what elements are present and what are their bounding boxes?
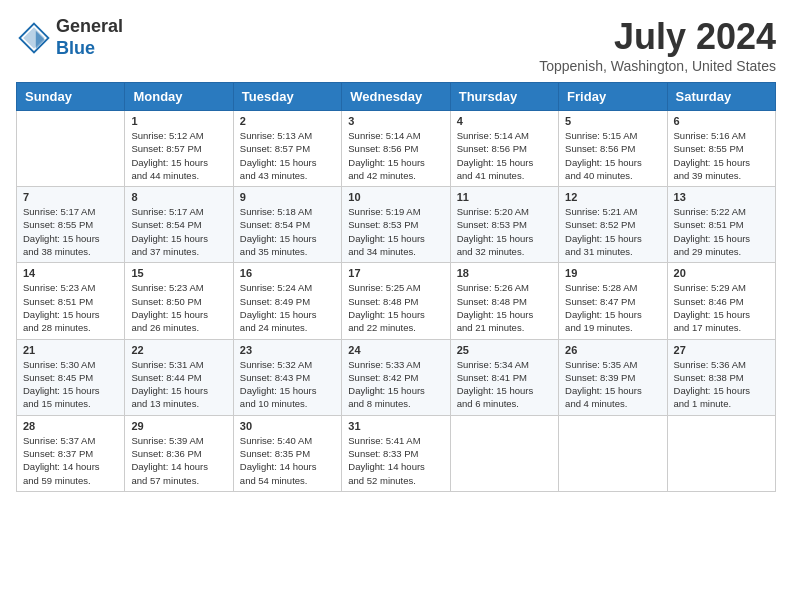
cell-content: Sunrise: 5:23 AM Sunset: 8:50 PM Dayligh… [131, 281, 226, 334]
calendar-cell: 1Sunrise: 5:12 AM Sunset: 8:57 PM Daylig… [125, 111, 233, 187]
cell-content: Sunrise: 5:14 AM Sunset: 8:56 PM Dayligh… [348, 129, 443, 182]
cell-content: Sunrise: 5:24 AM Sunset: 8:49 PM Dayligh… [240, 281, 335, 334]
day-number: 29 [131, 420, 226, 432]
day-number: 28 [23, 420, 118, 432]
day-number: 10 [348, 191, 443, 203]
calendar-cell: 29Sunrise: 5:39 AM Sunset: 8:36 PM Dayli… [125, 415, 233, 491]
cell-content: Sunrise: 5:29 AM Sunset: 8:46 PM Dayligh… [674, 281, 769, 334]
calendar-cell: 21Sunrise: 5:30 AM Sunset: 8:45 PM Dayli… [17, 339, 125, 415]
cell-content: Sunrise: 5:32 AM Sunset: 8:43 PM Dayligh… [240, 358, 335, 411]
calendar-cell [17, 111, 125, 187]
day-number: 18 [457, 267, 552, 279]
calendar-cell [450, 415, 558, 491]
cell-content: Sunrise: 5:41 AM Sunset: 8:33 PM Dayligh… [348, 434, 443, 487]
calendar-cell: 8Sunrise: 5:17 AM Sunset: 8:54 PM Daylig… [125, 187, 233, 263]
cell-content: Sunrise: 5:12 AM Sunset: 8:57 PM Dayligh… [131, 129, 226, 182]
day-number: 30 [240, 420, 335, 432]
calendar-cell: 7Sunrise: 5:17 AM Sunset: 8:55 PM Daylig… [17, 187, 125, 263]
cell-content: Sunrise: 5:25 AM Sunset: 8:48 PM Dayligh… [348, 281, 443, 334]
cell-content: Sunrise: 5:15 AM Sunset: 8:56 PM Dayligh… [565, 129, 660, 182]
day-number: 11 [457, 191, 552, 203]
day-number: 17 [348, 267, 443, 279]
calendar-cell: 3Sunrise: 5:14 AM Sunset: 8:56 PM Daylig… [342, 111, 450, 187]
cell-content: Sunrise: 5:26 AM Sunset: 8:48 PM Dayligh… [457, 281, 552, 334]
calendar-week-2: 7Sunrise: 5:17 AM Sunset: 8:55 PM Daylig… [17, 187, 776, 263]
day-number: 12 [565, 191, 660, 203]
calendar-cell: 11Sunrise: 5:20 AM Sunset: 8:53 PM Dayli… [450, 187, 558, 263]
cell-content: Sunrise: 5:28 AM Sunset: 8:47 PM Dayligh… [565, 281, 660, 334]
logo-text: General Blue [56, 16, 123, 59]
cell-content: Sunrise: 5:17 AM Sunset: 8:54 PM Dayligh… [131, 205, 226, 258]
calendar-cell: 19Sunrise: 5:28 AM Sunset: 8:47 PM Dayli… [559, 263, 667, 339]
cell-content: Sunrise: 5:40 AM Sunset: 8:35 PM Dayligh… [240, 434, 335, 487]
calendar-cell: 18Sunrise: 5:26 AM Sunset: 8:48 PM Dayli… [450, 263, 558, 339]
cell-content: Sunrise: 5:23 AM Sunset: 8:51 PM Dayligh… [23, 281, 118, 334]
cell-content: Sunrise: 5:31 AM Sunset: 8:44 PM Dayligh… [131, 358, 226, 411]
cell-content: Sunrise: 5:30 AM Sunset: 8:45 PM Dayligh… [23, 358, 118, 411]
calendar-cell: 16Sunrise: 5:24 AM Sunset: 8:49 PM Dayli… [233, 263, 341, 339]
cell-content: Sunrise: 5:39 AM Sunset: 8:36 PM Dayligh… [131, 434, 226, 487]
calendar-cell: 17Sunrise: 5:25 AM Sunset: 8:48 PM Dayli… [342, 263, 450, 339]
calendar-header-row: SundayMondayTuesdayWednesdayThursdayFrid… [17, 83, 776, 111]
cell-content: Sunrise: 5:21 AM Sunset: 8:52 PM Dayligh… [565, 205, 660, 258]
day-number: 24 [348, 344, 443, 356]
calendar-cell: 14Sunrise: 5:23 AM Sunset: 8:51 PM Dayli… [17, 263, 125, 339]
cell-content: Sunrise: 5:13 AM Sunset: 8:57 PM Dayligh… [240, 129, 335, 182]
day-number: 23 [240, 344, 335, 356]
logo-icon [16, 20, 52, 56]
day-number: 6 [674, 115, 769, 127]
cell-content: Sunrise: 5:20 AM Sunset: 8:53 PM Dayligh… [457, 205, 552, 258]
day-number: 19 [565, 267, 660, 279]
page-header: General Blue July 2024 Toppenish, Washin… [16, 16, 776, 74]
cell-content: Sunrise: 5:16 AM Sunset: 8:55 PM Dayligh… [674, 129, 769, 182]
cell-content: Sunrise: 5:37 AM Sunset: 8:37 PM Dayligh… [23, 434, 118, 487]
day-number: 21 [23, 344, 118, 356]
calendar-week-5: 28Sunrise: 5:37 AM Sunset: 8:37 PM Dayli… [17, 415, 776, 491]
calendar-cell: 13Sunrise: 5:22 AM Sunset: 8:51 PM Dayli… [667, 187, 775, 263]
col-header-saturday: Saturday [667, 83, 775, 111]
day-number: 4 [457, 115, 552, 127]
cell-content: Sunrise: 5:17 AM Sunset: 8:55 PM Dayligh… [23, 205, 118, 258]
day-number: 7 [23, 191, 118, 203]
calendar-cell: 12Sunrise: 5:21 AM Sunset: 8:52 PM Dayli… [559, 187, 667, 263]
cell-content: Sunrise: 5:33 AM Sunset: 8:42 PM Dayligh… [348, 358, 443, 411]
calendar-cell: 28Sunrise: 5:37 AM Sunset: 8:37 PM Dayli… [17, 415, 125, 491]
month-title: July 2024 [539, 16, 776, 58]
logo: General Blue [16, 16, 123, 59]
logo-general: General [56, 16, 123, 36]
col-header-wednesday: Wednesday [342, 83, 450, 111]
cell-content: Sunrise: 5:22 AM Sunset: 8:51 PM Dayligh… [674, 205, 769, 258]
day-number: 5 [565, 115, 660, 127]
day-number: 3 [348, 115, 443, 127]
calendar-cell: 30Sunrise: 5:40 AM Sunset: 8:35 PM Dayli… [233, 415, 341, 491]
calendar-cell: 6Sunrise: 5:16 AM Sunset: 8:55 PM Daylig… [667, 111, 775, 187]
calendar-cell [667, 415, 775, 491]
calendar-cell: 31Sunrise: 5:41 AM Sunset: 8:33 PM Dayli… [342, 415, 450, 491]
calendar-cell: 9Sunrise: 5:18 AM Sunset: 8:54 PM Daylig… [233, 187, 341, 263]
col-header-tuesday: Tuesday [233, 83, 341, 111]
day-number: 26 [565, 344, 660, 356]
calendar-cell: 5Sunrise: 5:15 AM Sunset: 8:56 PM Daylig… [559, 111, 667, 187]
cell-content: Sunrise: 5:19 AM Sunset: 8:53 PM Dayligh… [348, 205, 443, 258]
col-header-sunday: Sunday [17, 83, 125, 111]
calendar-cell: 27Sunrise: 5:36 AM Sunset: 8:38 PM Dayli… [667, 339, 775, 415]
day-number: 15 [131, 267, 226, 279]
cell-content: Sunrise: 5:18 AM Sunset: 8:54 PM Dayligh… [240, 205, 335, 258]
col-header-monday: Monday [125, 83, 233, 111]
day-number: 14 [23, 267, 118, 279]
calendar-cell: 15Sunrise: 5:23 AM Sunset: 8:50 PM Dayli… [125, 263, 233, 339]
calendar-cell [559, 415, 667, 491]
calendar-cell: 22Sunrise: 5:31 AM Sunset: 8:44 PM Dayli… [125, 339, 233, 415]
day-number: 13 [674, 191, 769, 203]
day-number: 1 [131, 115, 226, 127]
cell-content: Sunrise: 5:35 AM Sunset: 8:39 PM Dayligh… [565, 358, 660, 411]
calendar-cell: 10Sunrise: 5:19 AM Sunset: 8:53 PM Dayli… [342, 187, 450, 263]
col-header-thursday: Thursday [450, 83, 558, 111]
calendar-cell: 24Sunrise: 5:33 AM Sunset: 8:42 PM Dayli… [342, 339, 450, 415]
day-number: 31 [348, 420, 443, 432]
calendar-week-1: 1Sunrise: 5:12 AM Sunset: 8:57 PM Daylig… [17, 111, 776, 187]
day-number: 22 [131, 344, 226, 356]
cell-content: Sunrise: 5:14 AM Sunset: 8:56 PM Dayligh… [457, 129, 552, 182]
cell-content: Sunrise: 5:36 AM Sunset: 8:38 PM Dayligh… [674, 358, 769, 411]
location: Toppenish, Washington, United States [539, 58, 776, 74]
